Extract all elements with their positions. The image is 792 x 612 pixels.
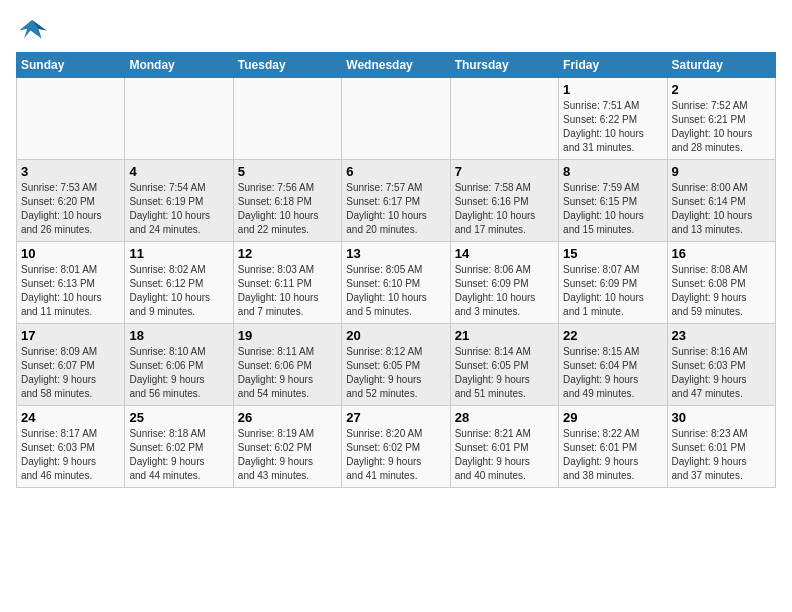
day-number: 4 <box>129 164 228 179</box>
calendar-cell: 26Sunrise: 8:19 AM Sunset: 6:02 PM Dayli… <box>233 406 341 488</box>
day-detail: Sunrise: 8:06 AM Sunset: 6:09 PM Dayligh… <box>455 263 554 319</box>
calendar-cell: 10Sunrise: 8:01 AM Sunset: 6:13 PM Dayli… <box>17 242 125 324</box>
day-number: 1 <box>563 82 662 97</box>
calendar-cell: 5Sunrise: 7:56 AM Sunset: 6:18 PM Daylig… <box>233 160 341 242</box>
calendar-cell: 25Sunrise: 8:18 AM Sunset: 6:02 PM Dayli… <box>125 406 233 488</box>
day-number: 7 <box>455 164 554 179</box>
day-detail: Sunrise: 7:58 AM Sunset: 6:16 PM Dayligh… <box>455 181 554 237</box>
calendar-cell: 1Sunrise: 7:51 AM Sunset: 6:22 PM Daylig… <box>559 78 667 160</box>
calendar-cell: 15Sunrise: 8:07 AM Sunset: 6:09 PM Dayli… <box>559 242 667 324</box>
day-detail: Sunrise: 7:59 AM Sunset: 6:15 PM Dayligh… <box>563 181 662 237</box>
day-detail: Sunrise: 8:15 AM Sunset: 6:04 PM Dayligh… <box>563 345 662 401</box>
calendar-cell: 14Sunrise: 8:06 AM Sunset: 6:09 PM Dayli… <box>450 242 558 324</box>
weekday-header: Sunday <box>17 53 125 78</box>
calendar-header: SundayMondayTuesdayWednesdayThursdayFrid… <box>17 53 776 78</box>
calendar-cell: 6Sunrise: 7:57 AM Sunset: 6:17 PM Daylig… <box>342 160 450 242</box>
day-number: 16 <box>672 246 771 261</box>
day-detail: Sunrise: 8:17 AM Sunset: 6:03 PM Dayligh… <box>21 427 120 483</box>
day-number: 24 <box>21 410 120 425</box>
calendar-cell: 19Sunrise: 8:11 AM Sunset: 6:06 PM Dayli… <box>233 324 341 406</box>
day-detail: Sunrise: 8:12 AM Sunset: 6:05 PM Dayligh… <box>346 345 445 401</box>
day-number: 28 <box>455 410 554 425</box>
calendar-cell: 28Sunrise: 8:21 AM Sunset: 6:01 PM Dayli… <box>450 406 558 488</box>
day-number: 15 <box>563 246 662 261</box>
calendar-cell: 2Sunrise: 7:52 AM Sunset: 6:21 PM Daylig… <box>667 78 775 160</box>
calendar-cell: 18Sunrise: 8:10 AM Sunset: 6:06 PM Dayli… <box>125 324 233 406</box>
calendar-cell: 17Sunrise: 8:09 AM Sunset: 6:07 PM Dayli… <box>17 324 125 406</box>
page-header <box>16 16 776 44</box>
day-detail: Sunrise: 8:19 AM Sunset: 6:02 PM Dayligh… <box>238 427 337 483</box>
day-detail: Sunrise: 8:08 AM Sunset: 6:08 PM Dayligh… <box>672 263 771 319</box>
day-number: 22 <box>563 328 662 343</box>
day-detail: Sunrise: 8:14 AM Sunset: 6:05 PM Dayligh… <box>455 345 554 401</box>
day-number: 14 <box>455 246 554 261</box>
calendar-cell <box>17 78 125 160</box>
day-detail: Sunrise: 7:53 AM Sunset: 6:20 PM Dayligh… <box>21 181 120 237</box>
calendar-cell <box>342 78 450 160</box>
calendar-week-row: 17Sunrise: 8:09 AM Sunset: 6:07 PM Dayli… <box>17 324 776 406</box>
calendar-cell: 12Sunrise: 8:03 AM Sunset: 6:11 PM Dayli… <box>233 242 341 324</box>
day-detail: Sunrise: 8:02 AM Sunset: 6:12 PM Dayligh… <box>129 263 228 319</box>
day-detail: Sunrise: 8:05 AM Sunset: 6:10 PM Dayligh… <box>346 263 445 319</box>
day-detail: Sunrise: 8:22 AM Sunset: 6:01 PM Dayligh… <box>563 427 662 483</box>
day-number: 8 <box>563 164 662 179</box>
day-detail: Sunrise: 8:07 AM Sunset: 6:09 PM Dayligh… <box>563 263 662 319</box>
calendar-cell: 4Sunrise: 7:54 AM Sunset: 6:19 PM Daylig… <box>125 160 233 242</box>
weekday-header: Friday <box>559 53 667 78</box>
day-number: 18 <box>129 328 228 343</box>
day-detail: Sunrise: 8:11 AM Sunset: 6:06 PM Dayligh… <box>238 345 337 401</box>
day-detail: Sunrise: 7:51 AM Sunset: 6:22 PM Dayligh… <box>563 99 662 155</box>
logo-bird-icon <box>16 16 48 44</box>
calendar-cell: 7Sunrise: 7:58 AM Sunset: 6:16 PM Daylig… <box>450 160 558 242</box>
day-number: 30 <box>672 410 771 425</box>
day-number: 13 <box>346 246 445 261</box>
day-number: 21 <box>455 328 554 343</box>
day-detail: Sunrise: 8:16 AM Sunset: 6:03 PM Dayligh… <box>672 345 771 401</box>
logo <box>16 16 52 44</box>
calendar-week-row: 3Sunrise: 7:53 AM Sunset: 6:20 PM Daylig… <box>17 160 776 242</box>
day-number: 23 <box>672 328 771 343</box>
day-detail: Sunrise: 7:57 AM Sunset: 6:17 PM Dayligh… <box>346 181 445 237</box>
day-number: 9 <box>672 164 771 179</box>
calendar-cell: 13Sunrise: 8:05 AM Sunset: 6:10 PM Dayli… <box>342 242 450 324</box>
calendar-cell: 8Sunrise: 7:59 AM Sunset: 6:15 PM Daylig… <box>559 160 667 242</box>
day-number: 27 <box>346 410 445 425</box>
calendar-table: SundayMondayTuesdayWednesdayThursdayFrid… <box>16 52 776 488</box>
day-detail: Sunrise: 7:52 AM Sunset: 6:21 PM Dayligh… <box>672 99 771 155</box>
calendar-cell: 16Sunrise: 8:08 AM Sunset: 6:08 PM Dayli… <box>667 242 775 324</box>
day-number: 6 <box>346 164 445 179</box>
day-detail: Sunrise: 8:03 AM Sunset: 6:11 PM Dayligh… <box>238 263 337 319</box>
day-number: 19 <box>238 328 337 343</box>
calendar-week-row: 24Sunrise: 8:17 AM Sunset: 6:03 PM Dayli… <box>17 406 776 488</box>
day-detail: Sunrise: 8:21 AM Sunset: 6:01 PM Dayligh… <box>455 427 554 483</box>
day-detail: Sunrise: 8:00 AM Sunset: 6:14 PM Dayligh… <box>672 181 771 237</box>
calendar-cell: 9Sunrise: 8:00 AM Sunset: 6:14 PM Daylig… <box>667 160 775 242</box>
calendar-cell: 30Sunrise: 8:23 AM Sunset: 6:01 PM Dayli… <box>667 406 775 488</box>
day-detail: Sunrise: 8:10 AM Sunset: 6:06 PM Dayligh… <box>129 345 228 401</box>
day-detail: Sunrise: 8:09 AM Sunset: 6:07 PM Dayligh… <box>21 345 120 401</box>
calendar-cell: 29Sunrise: 8:22 AM Sunset: 6:01 PM Dayli… <box>559 406 667 488</box>
weekday-header: Tuesday <box>233 53 341 78</box>
weekday-header: Wednesday <box>342 53 450 78</box>
day-detail: Sunrise: 7:54 AM Sunset: 6:19 PM Dayligh… <box>129 181 228 237</box>
day-detail: Sunrise: 8:23 AM Sunset: 6:01 PM Dayligh… <box>672 427 771 483</box>
calendar-cell <box>233 78 341 160</box>
day-number: 11 <box>129 246 228 261</box>
calendar-cell: 27Sunrise: 8:20 AM Sunset: 6:02 PM Dayli… <box>342 406 450 488</box>
day-number: 10 <box>21 246 120 261</box>
weekday-header: Thursday <box>450 53 558 78</box>
day-number: 2 <box>672 82 771 97</box>
calendar-cell: 21Sunrise: 8:14 AM Sunset: 6:05 PM Dayli… <box>450 324 558 406</box>
weekday-header: Monday <box>125 53 233 78</box>
calendar-cell <box>125 78 233 160</box>
calendar-cell: 23Sunrise: 8:16 AM Sunset: 6:03 PM Dayli… <box>667 324 775 406</box>
day-number: 5 <box>238 164 337 179</box>
calendar-cell: 22Sunrise: 8:15 AM Sunset: 6:04 PM Dayli… <box>559 324 667 406</box>
day-number: 29 <box>563 410 662 425</box>
day-number: 26 <box>238 410 337 425</box>
day-detail: Sunrise: 8:18 AM Sunset: 6:02 PM Dayligh… <box>129 427 228 483</box>
day-number: 17 <box>21 328 120 343</box>
weekday-header: Saturday <box>667 53 775 78</box>
calendar-week-row: 1Sunrise: 7:51 AM Sunset: 6:22 PM Daylig… <box>17 78 776 160</box>
calendar-cell: 3Sunrise: 7:53 AM Sunset: 6:20 PM Daylig… <box>17 160 125 242</box>
